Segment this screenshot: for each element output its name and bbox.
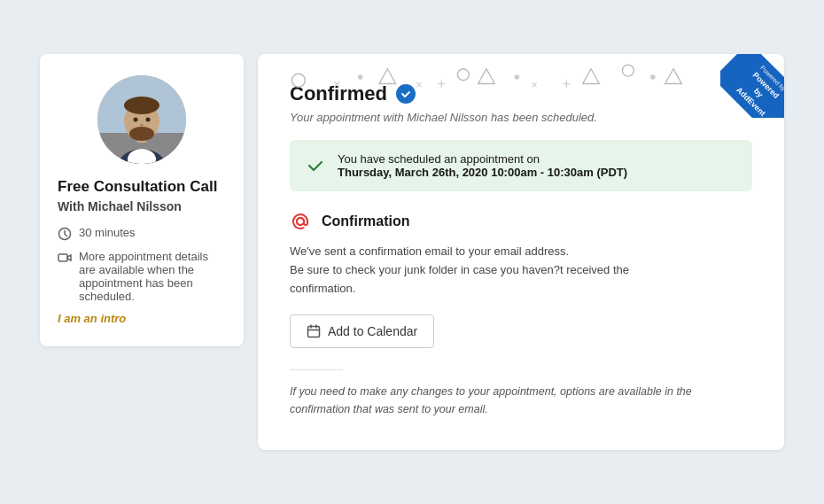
left-panel: Free Consultation Call With Michael Nils… — [40, 54, 244, 346]
add-to-calendar-button[interactable]: Add to Calendar — [290, 314, 434, 348]
video-icon — [58, 251, 72, 265]
avatar — [97, 75, 186, 164]
svg-marker-21 — [379, 69, 396, 84]
more-info-text: More appointment details are available w… — [79, 250, 226, 303]
more-info-item: More appointment details are available w… — [58, 250, 226, 303]
svg-point-27 — [358, 75, 363, 81]
svg-point-29 — [650, 75, 656, 81]
svg-marker-22 — [478, 69, 495, 84]
appt-check-icon — [306, 156, 325, 175]
appt-text: You have scheduled an appointment on Thu… — [338, 152, 627, 179]
verified-check-badge — [396, 84, 416, 104]
addevent-badge: Powered by Powered by AddEvent — [720, 54, 784, 118]
duration-item: 30 minutes — [58, 226, 226, 241]
at-icon — [290, 211, 311, 232]
conf-line1: We've sent a confirmation email to your … — [290, 244, 569, 258]
confirmed-title: Confirmed — [290, 82, 387, 105]
svg-point-6 — [124, 97, 159, 114]
appt-line1: You have scheduled an appointment on — [338, 152, 627, 166]
intro-link[interactable]: I am an intro — [58, 312, 226, 325]
appt-line2: Thursday, March 26th, 2020 10:00am - 10:… — [338, 166, 627, 179]
add-to-calendar-label: Add to Calendar — [328, 324, 417, 338]
confirmed-header: Confirmed — [290, 82, 752, 105]
svg-rect-31 — [308, 326, 320, 337]
svg-point-28 — [515, 75, 520, 81]
svg-point-10 — [140, 124, 144, 127]
svg-point-8 — [134, 118, 138, 122]
right-panel: × × × + + Powered by Powered by AddEvent — [258, 54, 784, 449]
footer-note: If you need to make any changes to your … — [290, 383, 752, 418]
calendar-icon — [307, 324, 321, 338]
avatar-wrapper — [58, 75, 226, 164]
conf-line3: confirmation. — [290, 282, 355, 295]
appointment-box: You have scheduled an appointment on Thu… — [290, 140, 752, 191]
duration-text: 30 minutes — [79, 226, 136, 239]
svg-marker-23 — [583, 69, 600, 84]
consultation-title: Free Consultation Call — [58, 178, 226, 196]
conf-line2: Be sure to check your junk folder in cas… — [290, 263, 629, 276]
confirmation-title: Confirmation — [322, 213, 410, 229]
svg-point-7 — [129, 127, 154, 141]
svg-point-16 — [622, 65, 634, 76]
confirmation-text: We've sent a confirmation email to your … — [290, 243, 752, 298]
svg-marker-24 — [665, 69, 682, 84]
svg-point-9 — [146, 118, 151, 122]
clock-icon — [58, 227, 72, 241]
confirmed-subtitle: Your appointment with Michael Nilsson ha… — [290, 111, 752, 124]
confirmation-section-header: Confirmation — [290, 211, 752, 232]
svg-rect-13 — [58, 254, 67, 261]
svg-point-15 — [457, 69, 469, 81]
divider — [290, 369, 343, 370]
host-name: Michael Nilsson — [88, 199, 182, 213]
with-name: With Michael Nilsson — [58, 199, 226, 213]
